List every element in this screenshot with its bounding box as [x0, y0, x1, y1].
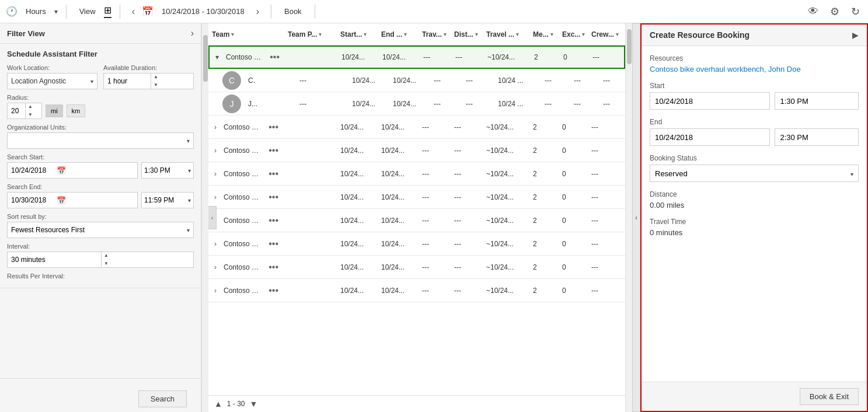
- work-location-select[interactable]: Location Agnostic: [7, 73, 97, 89]
- interval-field[interactable]: [8, 254, 101, 265]
- unit-km-button[interactable]: km: [67, 104, 86, 117]
- filter-section-main: Schedule Assistant Filter Work Location:…: [0, 44, 201, 288]
- hours-button[interactable]: Hours: [21, 5, 51, 18]
- search-button[interactable]: Search: [138, 390, 187, 407]
- row-crew: ---: [588, 240, 625, 248]
- row-expander-icon[interactable]: ›: [211, 287, 220, 295]
- rp-end-date-field[interactable]: 10/24/2018: [650, 128, 770, 146]
- row-dots-button[interactable]: •••: [265, 191, 282, 204]
- search-end-calendar-icon[interactable]: 📅: [54, 194, 68, 207]
- table-row[interactable]: C C. --- 10/24... 10/24... --- --- 10/24…: [208, 69, 625, 92]
- rp-start-time-field[interactable]: 1:30 PM: [775, 92, 859, 110]
- table-row[interactable]: ▾ Contoso b... ••• 10/24... 10/24... ---…: [208, 46, 625, 69]
- book-exit-button[interactable]: Book & Exit: [800, 388, 859, 405]
- row-dots-button[interactable]: •••: [265, 167, 282, 180]
- interval-up[interactable]: ▲: [102, 252, 111, 260]
- row-expander-icon[interactable]: ▾: [212, 53, 222, 61]
- search-start-time-select[interactable]: 1:30 PM: [141, 162, 194, 179]
- rp-start-label: Start: [650, 82, 859, 90]
- table-row[interactable]: › Contoso bi... ••• 10/24... 10/24... --…: [208, 186, 625, 209]
- row-travel2: ~10/24...: [483, 170, 529, 178]
- table-row[interactable]: › Contoso bi... ••• 10/24... 10/24... --…: [208, 209, 625, 232]
- col-teamp[interactable]: Team P... ▾: [284, 30, 337, 39]
- table-row[interactable]: › Contoso bi... ••• 10/24... 10/24... --…: [208, 279, 625, 302]
- calendar-icon[interactable]: 📅: [142, 6, 154, 17]
- radius-input-wrapper[interactable]: ▲ ▼: [7, 103, 42, 119]
- radius-down[interactable]: ▼: [26, 111, 35, 119]
- rp-start-date-field[interactable]: 10/24/2018: [650, 92, 770, 110]
- row-expander-icon[interactable]: ›: [211, 170, 220, 178]
- row-dots-button[interactable]: •••: [265, 284, 282, 297]
- row-crew: ---: [589, 53, 625, 61]
- row-expander-icon[interactable]: ›: [211, 123, 220, 131]
- row-dots-button[interactable]: •••: [265, 214, 282, 227]
- row-dots-button[interactable]: •••: [265, 144, 282, 157]
- radius-up[interactable]: ▲: [26, 103, 35, 111]
- row-expander-icon[interactable]: ›: [211, 240, 220, 248]
- interval-input[interactable]: ▲ ▼: [7, 252, 194, 268]
- rp-end-time-field[interactable]: 2:30 PM: [775, 128, 859, 146]
- book-button[interactable]: Book: [280, 5, 306, 18]
- rp-resources-value[interactable]: Contoso bike overhaul workbench, John Do…: [650, 65, 859, 74]
- row-expander-icon[interactable]: ›: [211, 146, 220, 155]
- col-travel2[interactable]: Travel ... ▾: [483, 30, 529, 39]
- col-dist[interactable]: Dist... ▾: [451, 30, 483, 39]
- pag-up-arrow[interactable]: ▲: [214, 399, 222, 408]
- row-dots-button[interactable]: •••: [265, 238, 282, 250]
- search-start-date-input[interactable]: 📅: [7, 162, 138, 179]
- right-collapse-tab[interactable]: ‹: [632, 23, 640, 412]
- settings-icon[interactable]: ⚙: [828, 3, 842, 20]
- search-end-date-input[interactable]: 📅: [7, 192, 138, 208]
- table-row[interactable]: J J... --- 10/24... 10/24... --- --- 10/…: [208, 92, 625, 116]
- col-me[interactable]: Me... ▾: [529, 30, 559, 39]
- grid-icon[interactable]: ⊞: [104, 5, 111, 16]
- view-button[interactable]: View: [75, 5, 100, 18]
- eye-icon[interactable]: 👁: [806, 3, 821, 20]
- table-row[interactable]: › Contoso bi... ••• 10/24... 10/24... --…: [208, 116, 625, 139]
- right-panel-expand-icon[interactable]: ▶: [852, 30, 859, 40]
- prev-arrow[interactable]: ‹: [128, 4, 138, 19]
- rp-booking-status-select[interactable]: Reserved: [650, 165, 859, 182]
- hours-dropdown-icon[interactable]: ▾: [54, 8, 58, 16]
- unit-mi-button[interactable]: mi: [46, 104, 63, 117]
- separator-1: [66, 5, 67, 19]
- col-crew[interactable]: Crew... ▾: [588, 30, 625, 39]
- row-exc: 0: [559, 170, 588, 178]
- row-dots-button[interactable]: •••: [266, 51, 283, 64]
- row-expander-icon[interactable]: ›: [211, 263, 220, 271]
- next-arrow[interactable]: ›: [253, 4, 263, 19]
- table-row[interactable]: › Contoso bi... ••• 10/24... 10/24... --…: [208, 256, 625, 279]
- org-units-select[interactable]: [7, 132, 194, 149]
- col-team[interactable]: Team ▾: [208, 30, 284, 39]
- search-end-time-select[interactable]: 11:59 PM: [141, 192, 194, 208]
- col-trav[interactable]: Trav... ▾: [419, 30, 451, 39]
- left-panel-collapse-tab[interactable]: ‹: [208, 206, 217, 229]
- left-scroll[interactable]: [201, 23, 208, 412]
- row-dots-button[interactable]: •••: [265, 121, 282, 134]
- table-row[interactable]: › Contoso bi... ••• 10/24... 10/24... --…: [208, 139, 625, 162]
- available-duration-input[interactable]: ▲ ▼: [103, 73, 194, 89]
- row-crew: ---: [588, 193, 625, 201]
- search-end-date-field[interactable]: [8, 195, 54, 205]
- available-duration-field[interactable]: [104, 76, 151, 86]
- table-row[interactable]: › Contoso bi... ••• 10/24... 10/24... --…: [208, 232, 625, 256]
- duration-up[interactable]: ▲: [151, 73, 161, 81]
- radius-field[interactable]: [8, 106, 25, 116]
- pag-down-arrow[interactable]: ▼: [250, 399, 258, 408]
- center-vscroll[interactable]: [625, 23, 632, 412]
- collapse-left-arrow[interactable]: ›: [191, 28, 194, 39]
- row-dots-button[interactable]: •••: [265, 261, 282, 274]
- col-end[interactable]: End ... ▾: [378, 30, 419, 39]
- sort-select[interactable]: Fewest Resources First: [7, 222, 194, 238]
- col-start[interactable]: Start... ▾: [337, 30, 378, 39]
- row-expander-icon[interactable]: ›: [211, 193, 220, 201]
- search-start-calendar-icon[interactable]: 📅: [54, 164, 68, 177]
- radius-label: Radius:: [7, 94, 194, 101]
- search-btn-area: Search: [0, 378, 201, 412]
- table-row[interactable]: › Contoso bi... ••• 10/24... 10/24... --…: [208, 162, 625, 186]
- interval-down[interactable]: ▼: [102, 260, 111, 268]
- search-start-date-field[interactable]: [8, 165, 54, 176]
- duration-down[interactable]: ▼: [151, 81, 161, 89]
- refresh-icon[interactable]: ↻: [849, 3, 862, 20]
- col-exc[interactable]: Exc... ▾: [559, 30, 588, 39]
